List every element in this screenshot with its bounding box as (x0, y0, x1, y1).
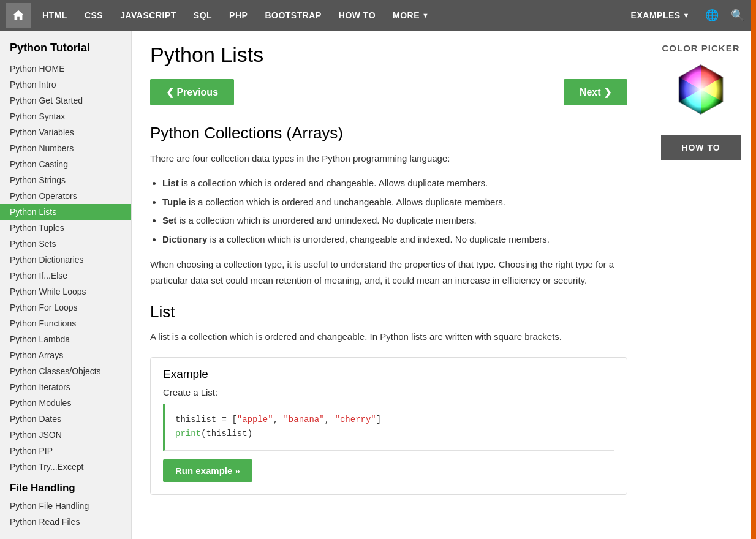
code-string-banana: "banana" (283, 415, 324, 424)
layout: Python Tutorial Python HOME Python Intro… (0, 31, 756, 539)
sidebar-item-json[interactable]: Python JSON (0, 427, 131, 443)
code-comma2: , (325, 415, 335, 424)
code-block: thislist = ["apple", "banana", "cherry"]… (163, 404, 614, 451)
sidebar-item-dates[interactable]: Python Dates (0, 411, 131, 427)
bullet-set-text: is a collection which is unordered and u… (180, 215, 477, 225)
list-item: Dictionary is a collection which is unor… (162, 231, 627, 249)
sidebar-item-pip[interactable]: Python PIP (0, 443, 131, 459)
search-icon: 🔍 (731, 9, 744, 22)
sidebar-item-operators[interactable]: Python Operators (0, 188, 131, 204)
code-print-arg: (thislist) (201, 429, 252, 439)
next-button[interactable]: Next ❯ (564, 79, 627, 105)
globe-icon: 🌐 (705, 9, 719, 22)
sidebar-item-lambda[interactable]: Python Lambda (0, 331, 131, 347)
bullet-tuple-bold: Tuple (162, 197, 186, 207)
example-heading: Example (163, 368, 614, 381)
code-bracket-close: ] (376, 415, 381, 424)
bullet-list-text: is a collection which is ordered and cha… (181, 178, 488, 188)
bullet-tuple-text: is a collection which is ordered and unc… (189, 197, 505, 207)
example-desc: Create a List: (163, 387, 614, 398)
bullet-dict-bold: Dictionary (162, 234, 207, 244)
sidebar-item-sets[interactable]: Python Sets (0, 236, 131, 252)
sidebar-item-arrays[interactable]: Python Arrays (0, 347, 131, 363)
collections-heading: Python Collections (Arrays) (150, 124, 627, 143)
sidebar: Python Tutorial Python HOME Python Intro… (0, 31, 132, 539)
bullet-set-bold: Set (162, 215, 176, 225)
sidebar-tutorial-title: Python Tutorial (0, 37, 131, 61)
home-button[interactable] (6, 3, 31, 28)
sidebar-item-whileloops[interactable]: Python While Loops (0, 284, 131, 300)
nav-html[interactable]: HTML (34, 0, 76, 31)
sidebar-item-intro[interactable]: Python Intro (0, 77, 131, 92)
collection-desc: When choosing a collection type, it is u… (150, 257, 627, 288)
list-item: List is a collection which is ordered an… (162, 175, 627, 192)
right-sidebar: COLOR PICKER (646, 31, 756, 539)
sidebar-item-tryexcept[interactable]: Python Try...Except (0, 459, 131, 475)
nav-more[interactable]: MORE ▼ (384, 0, 437, 31)
examples-arrow-icon: ▼ (683, 12, 690, 19)
sidebar-item-readfiles[interactable]: Python Read Files (0, 514, 131, 530)
code-string-cherry: "cherry" (335, 415, 376, 424)
svg-marker-8 (679, 65, 723, 115)
nav-howto[interactable]: HOW TO (330, 0, 384, 31)
sidebar-item-casting[interactable]: Python Casting (0, 156, 131, 172)
nav-sql[interactable]: SQL (185, 0, 221, 31)
main-content: Python Lists ❮ Previous Next ❯ Python Co… (132, 31, 646, 539)
prev-button[interactable]: ❮ Previous (150, 79, 234, 105)
how-to-button[interactable]: HOW TO (661, 135, 741, 160)
bullet-list-bold: List (162, 178, 179, 188)
file-handling-title: File Handling (0, 475, 131, 498)
nav-css[interactable]: CSS (76, 0, 112, 31)
nav-php[interactable]: PHP (221, 0, 256, 31)
sidebar-item-filehandling[interactable]: Python File Handling (0, 498, 131, 514)
navbar: HTML CSS JAVASCRIPT SQL PHP BOOTSTRAP HO… (0, 0, 756, 31)
navbar-items: HTML CSS JAVASCRIPT SQL PHP BOOTSTRAP HO… (34, 0, 622, 31)
right-accent-bar (751, 0, 756, 539)
search-button[interactable]: 🔍 (725, 0, 750, 31)
bullet-dict-text: is a collection which is unordered, chan… (210, 234, 550, 244)
page-title: Python Lists (150, 43, 627, 67)
code-print: print (175, 429, 201, 439)
list-item: Set is a collection which is unordered a… (162, 212, 627, 230)
sidebar-item-numbers[interactable]: Python Numbers (0, 140, 131, 156)
sidebar-item-tuples[interactable]: Python Tuples (0, 220, 131, 236)
sidebar-item-getstarted[interactable]: Python Get Started (0, 92, 131, 108)
nav-bootstrap[interactable]: BOOTSTRAP (256, 0, 330, 31)
sidebar-item-home[interactable]: Python HOME (0, 61, 131, 77)
list-intro: A list is a collection which is ordered … (150, 329, 627, 345)
sidebar-item-modules[interactable]: Python Modules (0, 395, 131, 411)
sidebar-item-variables[interactable]: Python Variables (0, 124, 131, 140)
code-line1-var: thislist = [ (175, 415, 237, 424)
sidebar-item-forloops[interactable]: Python For Loops (0, 300, 131, 315)
sidebar-item-lists[interactable]: Python Lists (0, 204, 131, 220)
sidebar-item-syntax[interactable]: Python Syntax (0, 108, 131, 124)
code-string-apple: "apple" (237, 415, 273, 424)
sidebar-item-strings[interactable]: Python Strings (0, 172, 131, 188)
example-box: Example Create a List: thislist = ["appl… (150, 357, 627, 496)
examples-button[interactable]: EXAMPLES ▼ (622, 0, 698, 31)
nav-buttons: ❮ Previous Next ❯ (150, 79, 627, 105)
sidebar-item-classes[interactable]: Python Classes/Objects (0, 363, 131, 379)
color-picker-wheel[interactable] (673, 62, 728, 117)
navbar-right: EXAMPLES ▼ 🌐 🔍 (622, 0, 750, 31)
sidebar-item-iterators[interactable]: Python Iterators (0, 379, 131, 395)
color-picker-label: COLOR PICKER (662, 43, 739, 53)
run-example-button[interactable]: Run example » (163, 459, 252, 482)
globe-button[interactable]: 🌐 (700, 0, 724, 31)
code-comma1: , (273, 415, 284, 424)
sidebar-item-dictionaries[interactable]: Python Dictionaries (0, 252, 131, 268)
intro-text: There are four collection data types in … (150, 151, 627, 166)
sidebar-item-ifelse[interactable]: Python If...Else (0, 268, 131, 284)
bullet-list: List is a collection which is ordered an… (162, 175, 627, 248)
sidebar-item-functions[interactable]: Python Functions (0, 315, 131, 331)
nav-javascript[interactable]: JAVASCRIPT (112, 0, 185, 31)
list-heading: List (150, 303, 627, 322)
more-arrow-icon: ▼ (422, 12, 429, 19)
list-item: Tuple is a collection which is ordered a… (162, 194, 627, 211)
